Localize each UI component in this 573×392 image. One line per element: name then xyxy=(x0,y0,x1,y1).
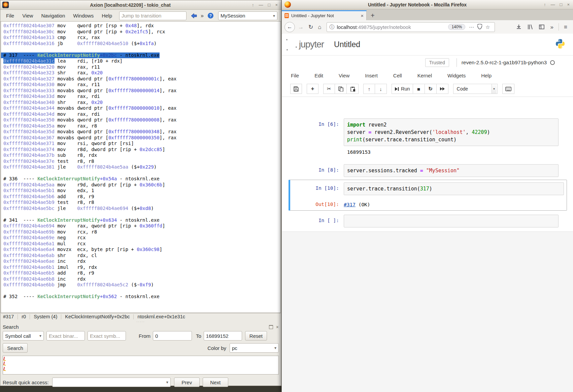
disasm-line[interactable]: 0xfffff8024b4ae374 mov r8d, dword ptr [r… xyxy=(1,147,165,153)
menu-help[interactable]: Help xyxy=(98,11,116,20)
from-input[interactable] xyxy=(153,331,192,341)
disasm-line[interactable]: 0xfffff8024b4ae37e test r8, r8 xyxy=(1,158,94,165)
menu-windows[interactable]: Windows xyxy=(69,11,97,20)
disasm-line[interactable]: 0xfffff8024b4ae6b8 inc rdx xyxy=(1,276,86,282)
exact-symbol-input[interactable] xyxy=(88,331,126,341)
shield-icon[interactable] xyxy=(477,24,482,30)
disasm-line[interactable]: 0xfffff8024b4ae6ab shr rdx, cl xyxy=(1,253,97,259)
disasm-line[interactable]: 0xfffff8024b4ae381 jle 0xfffff8024b4ae5a… xyxy=(1,164,157,170)
copy-cell-button[interactable] xyxy=(335,84,347,94)
menu-edit[interactable]: Edit xyxy=(314,73,323,78)
disasm-line[interactable]: 0xfffff8024b4ae5b9 test r8, r8 xyxy=(1,200,94,206)
disasm-line[interactable]: 0xfffff8024b4ae5b6 add r8, r9 xyxy=(1,194,94,200)
disasm-line[interactable] xyxy=(1,288,6,294)
disasm-line[interactable]: 0xfffff8024b4ae320 mov rax, r11 xyxy=(1,64,100,70)
close-icon[interactable]: × xyxy=(567,2,570,7)
window-shade-icon[interactable]: ↑ xyxy=(544,2,546,7)
disasm-line[interactable]: 0xfffff8024b4ae5bc jle 0xfffff8024b4ae69… xyxy=(1,206,154,212)
code-input[interactable]: import reven2 server = reven2.RevenServe… xyxy=(344,118,559,146)
disasm-line[interactable]: 0xfffff8024b4ae371 mov rsi, qword ptr [r… xyxy=(1,141,134,147)
disasm-line[interactable]: 0xfffff8024b4ae367 movabs qword ptr [0xf… xyxy=(1,135,176,141)
menu-view[interactable]: View xyxy=(339,73,349,78)
notebook-title[interactable]: Untitled xyxy=(334,40,360,49)
disasm-line[interactable]: 0xfffff8024b4ae323 shr rax, 0x20 xyxy=(1,70,103,76)
disasm-line[interactable]: 0xfffff8024b4ae5b1 mov edx, 1 xyxy=(1,188,94,194)
menu-navigation[interactable]: Navigation xyxy=(37,11,69,20)
downloads-icon[interactable] xyxy=(516,24,521,30)
menu-insert[interactable]: Insert xyxy=(365,73,378,78)
restart-kernel-button[interactable]: ↻ xyxy=(425,84,437,94)
interrupt-kernel-button[interactable]: ■ xyxy=(413,84,425,94)
search-button[interactable]: Search xyxy=(3,343,28,353)
disasm-line[interactable]: 0xfffff8024b4ae33d mov rax, rdi xyxy=(1,94,100,100)
reload-button[interactable]: ↻ xyxy=(308,24,313,30)
bookmark-star-icon[interactable]: ☆ xyxy=(485,25,490,30)
cell-type-select[interactable]: Code ▾ xyxy=(453,84,498,94)
disasm-line[interactable]: 0xfffff8024b4ae316 jb 0xfffff8024b4ae510… xyxy=(1,41,157,47)
menu-help[interactable]: Help xyxy=(481,73,492,78)
tab-close-icon[interactable]: × xyxy=(361,13,364,19)
close-icon[interactable]: × xyxy=(275,3,278,7)
code-input[interactable]: server.sessions.tracked = "MySession" xyxy=(344,164,559,177)
axion-titlebar[interactable]: Axion [localhost:42209] - tokio_chat ↑ —… xyxy=(0,0,281,10)
code-input[interactable] xyxy=(344,215,559,227)
toolbar-overflow-icon[interactable]: » xyxy=(550,24,553,30)
command-palette-button[interactable] xyxy=(502,84,514,94)
disasm-line[interactable]: 0xfffff8024b4ae330 mov rax, r11 xyxy=(1,82,100,88)
cut-cell-button[interactable]: ✂ xyxy=(323,84,335,94)
disassembly-view[interactable]: 0xfffff8024b4ae307 mov qword ptr [rsp + … xyxy=(1,21,281,313)
move-cell-down-button[interactable]: ↓ xyxy=(375,84,387,94)
disasm-line[interactable]: 0xfffff8024b4ae69b mov rcx, r8 xyxy=(1,229,97,235)
jupyter-wordmark[interactable]: jupyter xyxy=(299,39,324,50)
forward-button[interactable]: → xyxy=(298,24,304,30)
search-results-list[interactable] xyxy=(3,356,279,375)
move-cell-up-button[interactable]: ↑ xyxy=(363,84,375,94)
disasm-line[interactable]: 0xfffff8024b4ae6a4 movzx ecx, byte ptr [… xyxy=(1,247,162,253)
disasm-line[interactable]: # 352 ---- KeClockInterruptNotify+0x562 … xyxy=(1,294,160,300)
maximize-icon[interactable]: □ xyxy=(560,2,563,7)
maximize-icon[interactable]: □ xyxy=(268,3,271,7)
restart-run-all-button[interactable] xyxy=(437,84,448,94)
disasm-line[interactable]: 0xfffff8024b4ae340 shr rax, 0x20 xyxy=(1,100,103,106)
paste-cell-button[interactable] xyxy=(347,84,359,94)
back-arrow-icon[interactable] xyxy=(191,13,197,19)
hamburger-menu-icon[interactable]: ≡ xyxy=(564,24,567,30)
disasm-line[interactable]: 0xfffff8024b4ae333 movabs qword ptr [0xf… xyxy=(1,88,176,94)
disasm-line[interactable]: 0xfffff8024b4ae6b1 imul r9, rdx xyxy=(1,264,97,271)
disasm-line[interactable]: 0xfffff8024b4ae350 movabs qword ptr [0xf… xyxy=(1,117,176,123)
home-button[interactable]: ⌂ xyxy=(318,24,321,30)
back-button[interactable]: ← xyxy=(284,22,295,32)
menu-file[interactable]: File xyxy=(2,11,18,20)
disasm-line-highlighted[interactable]: # 317 ---- KeClockInterruptNotify+0x2bc … xyxy=(1,52,160,59)
jupyter-logo-icon[interactable] xyxy=(286,38,297,50)
dock-close-icon[interactable]: × xyxy=(276,325,279,329)
code-input[interactable]: server.trace.transition(317) xyxy=(344,182,564,195)
reset-button[interactable]: Reset xyxy=(245,331,267,341)
minimize-icon[interactable]: — xyxy=(551,2,555,7)
url-bar[interactable]: ⓘ localhost:49875/jupyter/notebook 140% … xyxy=(327,22,495,32)
disasm-line[interactable]: 0xfffff8024b4ae327 movabs dword ptr [0xf… xyxy=(1,76,176,82)
disasm-line[interactable]: 0xfffff8024b4ae31c lea rdi, [r10 + rdx] xyxy=(1,58,123,64)
disasm-line[interactable] xyxy=(1,170,6,176)
disasm-line[interactable]: 0xfffff8024b4ae5aa mov r9d, dword ptr [r… xyxy=(1,182,165,188)
tab-jupyter-notebook[interactable]: Untitled - Jupyter Not × xyxy=(282,10,367,20)
search-mode-combobox[interactable]: Symbol call ▾ xyxy=(3,331,44,341)
save-button[interactable] xyxy=(290,84,302,94)
prev-button[interactable]: Prev xyxy=(174,378,200,387)
sidebar-icon[interactable] xyxy=(539,24,544,30)
code-cell[interactable]: In [ ]: xyxy=(282,215,573,227)
menu-view[interactable]: View xyxy=(19,11,37,20)
add-cell-button[interactable]: + xyxy=(307,84,318,94)
minimize-icon[interactable]: — xyxy=(259,3,263,7)
run-cell-button[interactable]: Run xyxy=(392,84,413,94)
firefox-titlebar[interactable]: Untitled - Jupyter Notebook - Mozilla Fi… xyxy=(282,0,573,9)
disasm-line[interactable]: 0xfffff8024b4ae35d movabs qword ptr [0xf… xyxy=(1,129,176,135)
disasm-line[interactable]: 0xfffff8024b4ae34d mov rax, rdi xyxy=(1,111,100,117)
next-button[interactable]: Next xyxy=(203,378,228,387)
disasm-line[interactable]: 0xfffff8024b4ae6ae inc rdx xyxy=(1,258,86,264)
url-text[interactable]: localhost:49875/jupyter/notebook xyxy=(337,24,446,30)
page-actions-icon[interactable]: ⋯ xyxy=(469,25,474,30)
new-tab-button[interactable]: + xyxy=(371,12,375,19)
window-shade-icon[interactable]: ↑ xyxy=(252,3,254,7)
library-icon[interactable] xyxy=(528,24,533,30)
